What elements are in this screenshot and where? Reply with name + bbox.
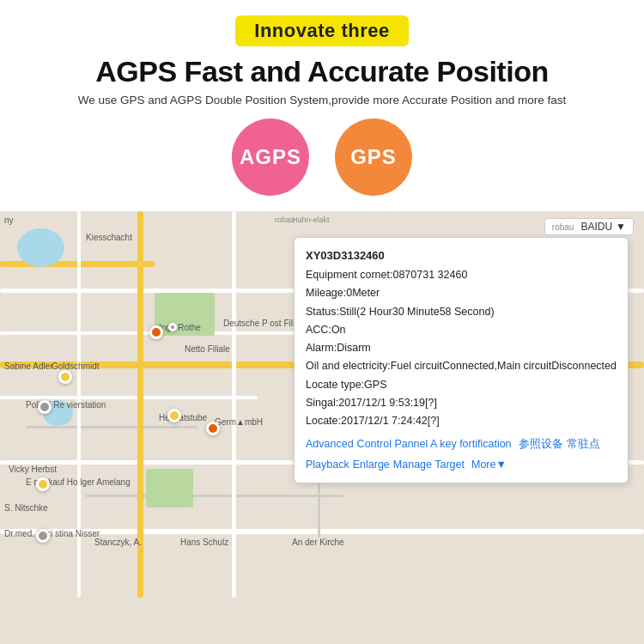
map-pin-8 [168, 323, 177, 331]
main-container: Innovate three AGPS Fast and Accurate Po… [0, 0, 644, 644]
popup-links: Advanced Control Pannel A key fortificat… [306, 435, 617, 474]
map-pin-4 [206, 422, 220, 435]
link-enlarge[interactable]: Enlarge [353, 456, 390, 474]
link-changzhudian[interactable]: 常驻点 [567, 435, 600, 453]
water-1 [17, 228, 64, 267]
map-pin-1 [149, 325, 163, 339]
map-section: ny Kiesschacht Ingo Rothe Sabine Adler N… [0, 211, 644, 644]
agps-icon: AGPS [232, 118, 309, 196]
oil-electricity: Oil and electricity:Fuel circuitConnecte… [306, 357, 617, 375]
innovate-badge: Innovate three [235, 15, 408, 46]
map-label-heimatstube: Heimatstube [159, 413, 207, 422]
equipment-cornet: Equipment cornet:0870731 32460 [306, 266, 617, 284]
link-playback[interactable]: Playback [306, 456, 349, 474]
device-id: XY03D3132460 [306, 246, 617, 265]
map-pin-5 [38, 400, 52, 414]
road-h5 [0, 396, 258, 399]
main-title: AGPS Fast and Accurate Position [95, 55, 548, 88]
dropdown-arrow: ▼ [616, 221, 626, 233]
gps-icon: GPS [335, 118, 412, 196]
park-2 [146, 469, 193, 507]
link-manage[interactable]: Manage Target [393, 456, 465, 474]
map-label-stanczyk: Stanczyk, A. [94, 538, 142, 547]
map-label-robau: robau [275, 216, 295, 224]
status: Status:Still(2 Hour30 Minute58 Second) [306, 303, 617, 321]
map-label-sabine: Sabine Adler [4, 361, 53, 371]
map-label-goldschmidt: Goldschmidt [52, 361, 100, 371]
alarm: Alarm:Disarm [306, 339, 617, 357]
mileage: Mileage:0Meter [306, 284, 617, 302]
map-background: ny Kiesschacht Ingo Rothe Sabine Adler N… [0, 211, 644, 644]
map-pin-6 [36, 477, 50, 491]
info-popup: XY03D3132460 Equipment cornet:0870731 32… [294, 237, 629, 483]
subtitle: We use GPS and AGPS Double Position Syst… [78, 94, 567, 106]
locate-type: Locate type:GPS [306, 376, 617, 394]
baidu-label: BAIDU [580, 221, 612, 233]
map-pin-7 [36, 529, 50, 543]
road-v3 [232, 211, 236, 598]
road-h8 [86, 495, 343, 497]
icons-row: AGPS GPS [232, 118, 412, 196]
map-pin-2 [58, 370, 72, 384]
map-label-netto: Netto Filiale [185, 344, 230, 354]
top-section: Innovate three AGPS Fast and Accurate Po… [0, 0, 644, 211]
acc: ACC:On [306, 321, 617, 339]
road-h6 [26, 426, 197, 428]
map-label-germ: Germ▲mbH [215, 417, 263, 427]
locate: Locate:2017/12/1 7:24:42[?] [306, 412, 617, 430]
link-advanced[interactable]: Advanced [306, 435, 354, 453]
link-canjiao[interactable]: 参照设备 [519, 435, 563, 453]
baidu-dropdown[interactable]: robau BAIDU ▼ [544, 218, 634, 235]
map-label-ankirche: An der Kirche [292, 538, 344, 547]
map-label-hahn: Hahn-elakt [292, 216, 330, 224]
map-label-ny: ny [4, 216, 14, 225]
map-label-hans: Hans Schulz [180, 538, 228, 547]
signal: Singal:2017/12/1 9:53:19[?] [306, 394, 617, 412]
map-pin-3 [167, 409, 181, 422]
map-label-drmed: Dr.med. Chri stina Nisser [4, 529, 100, 538]
map-label-s-nitschke: S. Nitschke [4, 503, 48, 513]
map-label-ingo: Ingo Rothe [159, 323, 201, 332]
map-label-vicky: Vicky Herbst [9, 465, 57, 474]
link-more[interactable]: More▼ [471, 456, 507, 474]
link-control-panel[interactable]: Control Pannel A key fortification [357, 435, 512, 453]
map-label-kiesschacht: Kiesschacht [86, 233, 132, 242]
robau-label: robau [552, 222, 574, 232]
